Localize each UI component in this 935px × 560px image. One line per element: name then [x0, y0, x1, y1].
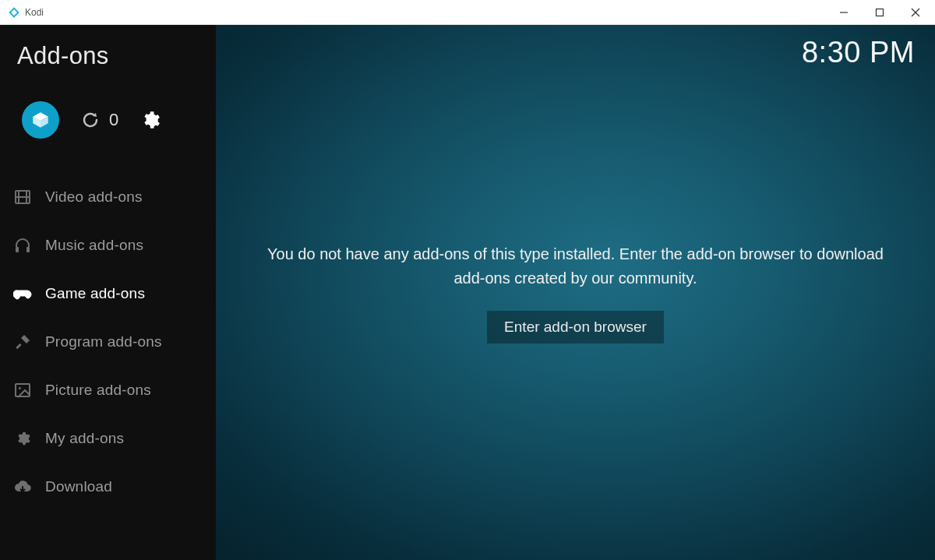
svg-rect-1 [877, 9, 884, 16]
sidebar-item-music-addons[interactable]: Music add-ons [0, 221, 216, 269]
minimize-button[interactable] [826, 0, 862, 25]
sidebar: Add-ons 0 [0, 25, 216, 560]
film-icon [12, 188, 33, 206]
sidebar-item-game-addons[interactable]: Game add-ons [0, 269, 216, 318]
cloud-down-icon [12, 477, 33, 496]
tools-icon [12, 333, 33, 351]
clock: 8:30 PM [802, 36, 915, 69]
sidebar-item-program-addons[interactable]: Program add-ons [0, 318, 216, 366]
gamepad-icon [12, 284, 33, 303]
headphones-icon [12, 236, 33, 255]
maximize-button[interactable] [862, 0, 898, 25]
kodi-logo-icon [8, 6, 20, 19]
empty-state-message: You do not have any add-ons of this type… [259, 242, 891, 291]
page-title: Add-ons [0, 39, 216, 70]
sidebar-item-label: Music add-ons [45, 237, 143, 254]
settings-button[interactable] [140, 110, 161, 130]
close-button[interactable] [898, 0, 933, 25]
updates-count: 0 [109, 110, 118, 130]
enter-addon-browser-button[interactable]: Enter add-on browser [487, 311, 664, 343]
sidebar-item-label: Program add-ons [45, 333, 162, 350]
sidebar-item-my-addons[interactable]: My add-ons [0, 414, 216, 463]
sidebar-item-label: Video add-ons [45, 188, 143, 206]
sidebar-item-video-addons[interactable]: Video add-ons [0, 173, 216, 221]
image-icon [12, 381, 33, 400]
window-title: Kodi [25, 7, 44, 18]
sidebar-top-icons: 0 [0, 70, 216, 165]
titlebar: Kodi [0, 0, 935, 25]
sidebar-item-label: Picture add-ons [45, 382, 151, 399]
package-button[interactable] [22, 101, 59, 139]
sidebar-nav: Video add-ons Music add-ons Game add-ons… [0, 165, 216, 511]
sidebar-item-label: Download [45, 478, 112, 495]
main-panel: 8:30 PM You do not have any add-ons of t… [216, 25, 935, 560]
sidebar-item-picture-addons[interactable]: Picture add-ons [0, 366, 216, 414]
updates-indicator[interactable]: 0 [81, 110, 118, 130]
sidebar-item-label: My add-ons [45, 430, 124, 447]
sidebar-item-label: Game add-ons [45, 285, 145, 302]
app: Add-ons 0 [0, 25, 935, 560]
puzzle-gear-icon [12, 429, 33, 448]
sidebar-item-download[interactable]: Download [0, 463, 216, 511]
